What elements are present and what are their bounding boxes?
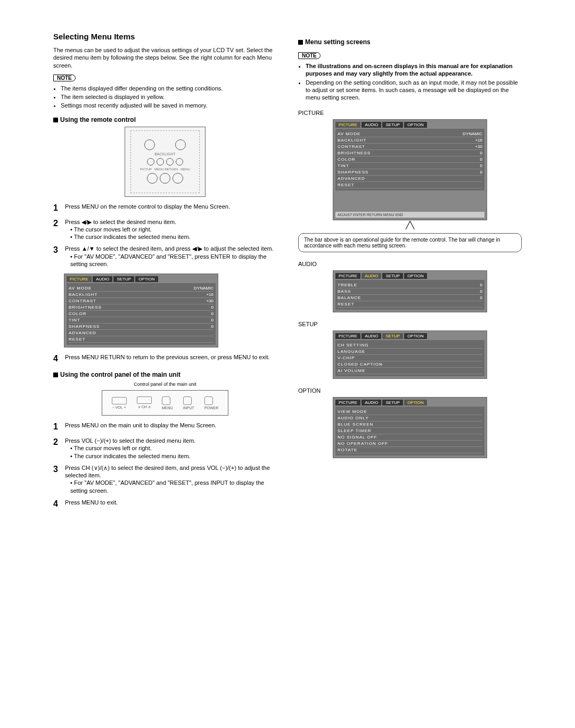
menu-screenshot-picture-inline: PICTURE AUDIO SETUP OPTION AV MODEDYNAMI… bbox=[64, 274, 218, 348]
control-panel-illustration: − VOL + ∨ CH ∧ MENU INPUT POWER bbox=[102, 390, 228, 416]
menu-tab: OPTION bbox=[404, 333, 427, 339]
step-sub: • The cursor indicates the selected menu… bbox=[65, 452, 277, 460]
remote-button-icon bbox=[147, 173, 158, 184]
menu-tab: AUDIO bbox=[362, 273, 381, 279]
menu-tab: SETUP bbox=[382, 273, 403, 279]
panel-input-button bbox=[183, 396, 192, 405]
panel-power-button bbox=[204, 396, 213, 405]
note-item: Settings most recently adjusted will be … bbox=[61, 102, 277, 109]
menu-tab: OPTION bbox=[404, 400, 427, 406]
right-title: Menu setting screens bbox=[298, 38, 522, 46]
remote-button-icon bbox=[172, 173, 183, 184]
step-text: Press MENU to exit. bbox=[65, 499, 277, 510]
panel-vol-button bbox=[112, 397, 127, 404]
menu-row: BRIGHTNESS0 bbox=[69, 304, 213, 311]
step-number: 3 bbox=[53, 464, 61, 494]
left-notes: The items displayed differ depending on … bbox=[53, 85, 277, 110]
step-number: 4 bbox=[53, 353, 61, 365]
menu-row: CLOSED CAPTION bbox=[338, 361, 482, 368]
remote-heading: Using the remote control bbox=[53, 116, 277, 123]
remote-enter-icon bbox=[166, 158, 174, 166]
menu-row: NO OPERATION OFF bbox=[338, 441, 482, 447]
panel-steps: 1Press MENU on the main unit to display … bbox=[53, 421, 277, 510]
menu-screenshot-audio: PICTURE AUDIO SETUP OPTION TREBLE0BASS0B… bbox=[333, 270, 487, 312]
square-bullet-icon bbox=[298, 40, 303, 45]
step-sub: • For "AV MODE", "ADVANCED" and "RESET",… bbox=[65, 479, 277, 494]
menu-row: ADVANCED bbox=[69, 330, 213, 336]
menu-tab: PICTURE bbox=[335, 273, 360, 279]
menu-tab: OPTION bbox=[135, 276, 158, 282]
step-text: Press CH (∨)/(∧) to select the desired i… bbox=[65, 465, 270, 478]
menu-row: RESET bbox=[338, 301, 482, 308]
step-number: 4 bbox=[53, 499, 61, 510]
note-item: Depending on the setting condition, such… bbox=[306, 79, 522, 102]
menu-row: AUDIO ONLY bbox=[338, 415, 482, 421]
section-label-picture: PICTURE bbox=[298, 110, 522, 116]
menu-screenshot-setup: PICTURE AUDIO SETUP OPTION CH SETTINGLAN… bbox=[333, 330, 487, 379]
menu-row: CONTRAST+30 bbox=[338, 144, 482, 150]
panel-heading: Using the control panel of the main unit bbox=[53, 371, 277, 378]
remote-label: PICTUP MENU RETURN MENU bbox=[140, 168, 190, 171]
panel-menu-button bbox=[162, 396, 170, 405]
right-notes: The illustrations and on-screen displays… bbox=[298, 62, 522, 101]
step-text: Press MENU on the remote control to disp… bbox=[65, 203, 277, 214]
menu-tab: SETUP bbox=[382, 333, 403, 339]
menu-tab: PICTURE bbox=[335, 400, 360, 406]
square-bullet-icon bbox=[53, 373, 58, 377]
step-text: Press MENU RETURN to return to the previ… bbox=[65, 353, 277, 365]
menu-row: AI VOLUME bbox=[338, 368, 482, 374]
menu-row: BACKLIGHT+16 bbox=[69, 292, 213, 298]
remote-button-icon bbox=[160, 173, 170, 184]
remote-steps: 1Press MENU on the remote control to dis… bbox=[53, 203, 277, 268]
step-number: 3 bbox=[53, 245, 61, 268]
note-item: The illustrations and on-screen displays… bbox=[306, 62, 522, 78]
menu-row: SLEEP TIMER bbox=[338, 428, 482, 434]
menu-tab: AUDIO bbox=[93, 276, 112, 282]
callout-pointer-icon: ╱╲ bbox=[298, 224, 522, 227]
menu-row: BASS0 bbox=[338, 288, 482, 295]
menu-row: AV MODEDYNAMIC bbox=[338, 131, 482, 137]
menu-row: NO SIGNAL OFF bbox=[338, 434, 482, 441]
menu-row: AV MODEDYNAMIC bbox=[69, 285, 213, 292]
step-number: 2 bbox=[53, 218, 61, 241]
menu-row: BLUE SCREEN bbox=[338, 421, 482, 428]
left-column: Selecting Menu Items The menus can be us… bbox=[53, 32, 277, 516]
menu-row: VIEW MODE bbox=[338, 409, 482, 415]
step-text: Press ▲/▼ to select the desired item, an… bbox=[65, 245, 274, 252]
menu-row: RESET bbox=[338, 182, 482, 188]
menu-row: CONTRAST+30 bbox=[69, 298, 213, 304]
section-label-setup: SETUP bbox=[298, 321, 522, 327]
menu-row: TINT0 bbox=[69, 317, 213, 324]
step-sub: • For "AV MODE", "ADVANCED" and "RESET",… bbox=[65, 253, 277, 268]
menu-row: TINT0 bbox=[338, 163, 482, 169]
menu-row: SHARPNESS0 bbox=[338, 169, 482, 176]
menu-screenshot-picture: PICTURE AUDIO SETUP OPTION AV MODEDYNAMI… bbox=[333, 119, 487, 220]
section-label-audio: AUDIO bbox=[298, 261, 522, 267]
menu-row: V-CHIP bbox=[338, 355, 482, 361]
menu-tab: PICTURE bbox=[335, 333, 360, 339]
remote-control-illustration: BACKLIGHT PICTUP MENU RETURN MENU bbox=[125, 127, 206, 197]
left-title: Selecting Menu Items bbox=[53, 32, 277, 41]
step-text: Press ◀/▶ to select the desired menu ite… bbox=[65, 219, 176, 225]
menu-tab: PICTURE bbox=[67, 276, 92, 282]
operation-bar: ADJUST ENTER RETURN MENU END bbox=[335, 212, 484, 218]
menu-screenshot-option: PICTURE AUDIO SETUP OPTION VIEW MODEAUDI… bbox=[333, 397, 487, 458]
menu-tab: OPTION bbox=[404, 273, 427, 279]
remote-button-icon bbox=[175, 139, 186, 150]
panel-ch-button bbox=[137, 396, 152, 404]
step-number: 1 bbox=[53, 203, 61, 214]
menu-row: BRIGHTNESS0 bbox=[338, 150, 482, 156]
menu-row: LANGUAGE bbox=[338, 349, 482, 355]
menu-tab: OPTION bbox=[404, 122, 427, 128]
menu-row: ADVANCED bbox=[338, 176, 482, 182]
left-intro: The menus can be used to adjust the vari… bbox=[53, 46, 277, 69]
right-column: Menu setting screens NOTE The illustrati… bbox=[298, 32, 522, 516]
note-label-right: NOTE bbox=[298, 52, 321, 59]
menu-row: COLOR0 bbox=[69, 311, 213, 317]
menu-tab: SETUP bbox=[113, 276, 134, 282]
step-number: 2 bbox=[53, 437, 61, 460]
menu-row: CH SETTING bbox=[338, 342, 482, 349]
menu-row: SHARPNESS0 bbox=[69, 324, 213, 330]
step-sub: • The cursor moves left or right. bbox=[65, 226, 277, 233]
step-text: Press VOL (−)/(+) to select the desired … bbox=[65, 437, 195, 444]
